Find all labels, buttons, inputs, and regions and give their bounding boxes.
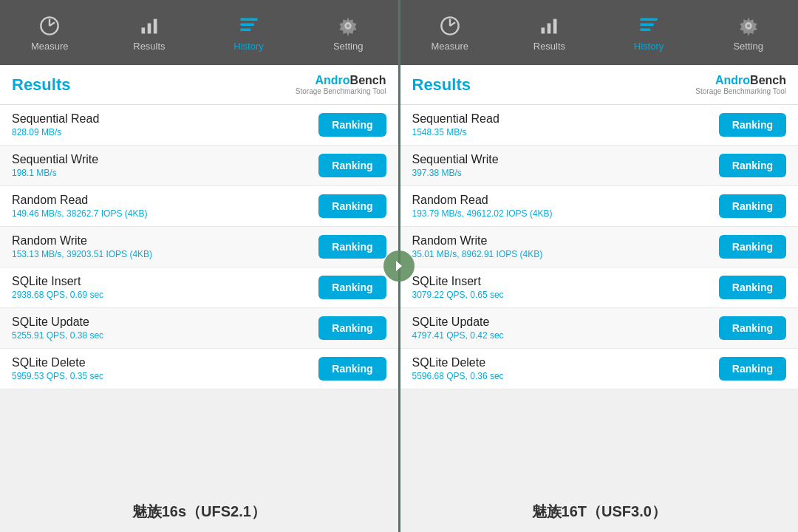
left-results-title: Results [12, 75, 70, 95]
left-content: Results AndroBench Storage Benchmarking … [0, 65, 398, 532]
right-rand-read-row: Random Read 193.79 MB/s, 49612.02 IOPS (… [400, 186, 799, 227]
left-rand-write-ranking-btn[interactable]: Ranking [318, 235, 386, 259]
right-content: Results AndroBench Storage Benchmarking … [400, 65, 799, 532]
left-sqlite-delete-ranking-btn[interactable]: Ranking [318, 357, 386, 381]
left-sqlite-insert-ranking-btn[interactable]: Ranking [318, 276, 386, 299]
svg-rect-18 [640, 28, 650, 31]
right-measure-icon [438, 14, 462, 38]
right-sqlite-update-name: SQLite Update [412, 316, 504, 329]
left-sqlite-delete-row: SQLite Delete 5959.53 QPS, 0.35 sec Rank… [0, 349, 398, 389]
left-sqlite-delete-value: 5959.53 QPS, 0.35 sec [12, 371, 103, 381]
left-sqlite-update-name: SQLite Update [12, 316, 103, 329]
left-nav-measure[interactable]: Measure [0, 0, 100, 65]
right-rand-read-ranking-btn[interactable]: Ranking [719, 194, 786, 218]
right-bench-list: Sequential Read 1548.35 MB/s Ranking Seq… [400, 105, 799, 491]
right-sqlite-delete-name: SQLite Delete [412, 356, 504, 369]
left-seq-read-name: Sequential Read [12, 112, 99, 126]
main-container: Measure Results [0, 0, 798, 532]
right-sqlite-update-ranking-btn[interactable]: Ranking [719, 316, 786, 340]
right-seq-write-ranking-btn[interactable]: Ranking [719, 154, 786, 177]
left-seq-write-row: Sequential Write 198.1 MB/s Ranking [0, 146, 398, 186]
results-icon [137, 14, 161, 38]
right-sqlite-update-value: 4797.41 QPS, 0.42 sec [412, 330, 504, 341]
left-nav-results[interactable]: Results [100, 0, 200, 65]
right-rand-write-name: Random Write [412, 234, 543, 248]
right-device-label: 魅族16T（USF3.0） [400, 491, 799, 532]
svg-rect-4 [148, 23, 151, 33]
history-icon [237, 14, 261, 38]
left-rand-write-value: 153.13 MB/s, 39203.51 IOPS (4KB) [12, 249, 152, 259]
left-seq-read-row: Sequential Read 828.09 MB/s Ranking [0, 105, 398, 146]
right-rand-read-name: Random Read [412, 194, 553, 207]
svg-rect-5 [154, 18, 157, 33]
right-sqlite-insert-row: SQLite Insert 3079.22 QPS, 0.65 sec Rank… [400, 267, 799, 308]
svg-rect-14 [548, 23, 551, 33]
svg-rect-3 [141, 27, 145, 33]
right-sqlite-insert-name: SQLite Insert [412, 275, 504, 288]
left-sqlite-update-value: 5255.91 QPS, 0.38 sec [12, 330, 103, 341]
right-seq-write-value: 397.38 MB/s [412, 168, 499, 178]
left-rand-write-name: Random Write [12, 234, 152, 248]
left-seq-write-value: 198.1 MB/s [12, 168, 98, 178]
left-seq-write-name: Sequential Write [12, 153, 98, 166]
right-seq-write-row: Sequential Write 397.38 MB/s Ranking [400, 146, 799, 186]
right-panel: Measure Results [398, 0, 799, 532]
left-sqlite-insert-name: SQLite Insert [12, 275, 103, 288]
left-sqlite-insert-value: 2938.68 QPS, 0.69 sec [12, 290, 103, 300]
comparison-arrow [383, 250, 415, 282]
svg-rect-7 [240, 23, 254, 26]
right-setting-icon [737, 14, 760, 38]
right-nav-results[interactable]: Results [499, 0, 599, 65]
right-rand-read-value: 193.79 MB/s, 49612.02 IOPS (4KB) [412, 208, 553, 219]
right-seq-read-row: Sequential Read 1548.35 MB/s Ranking [400, 105, 799, 146]
right-results-header: Results AndroBench Storage Benchmarking … [400, 65, 799, 105]
right-sqlite-delete-value: 5596.68 QPS, 0.36 sec [412, 371, 504, 381]
svg-rect-15 [553, 18, 557, 33]
left-nav-bar: Measure Results [0, 0, 398, 65]
left-nav-history[interactable]: History [199, 0, 299, 65]
left-rand-read-name: Random Read [12, 194, 147, 207]
left-device-label: 魅族16s（UFS2.1） [0, 491, 398, 532]
right-sqlite-update-row: SQLite Update 4797.41 QPS, 0.42 sec Rank… [400, 308, 799, 349]
right-rand-write-ranking-btn[interactable]: Ranking [719, 235, 786, 259]
svg-rect-8 [240, 28, 250, 31]
right-nav-measure[interactable]: Measure [400, 0, 500, 65]
left-sqlite-delete-name: SQLite Delete [12, 356, 103, 369]
right-sqlite-insert-ranking-btn[interactable]: Ranking [719, 276, 786, 299]
right-androbench-logo: AndroBench Storage Benchmarking Tool [695, 74, 786, 95]
right-rand-write-row: Random Write 35.01 MB/s, 8962.91 IOPS (4… [400, 227, 799, 267]
right-sqlite-delete-row: SQLite Delete 5596.68 QPS, 0.36 sec Rank… [400, 349, 799, 389]
right-history-icon [637, 14, 661, 38]
right-seq-read-name: Sequential Read [412, 112, 499, 126]
right-seq-write-name: Sequential Write [412, 153, 499, 166]
left-seq-write-ranking-btn[interactable]: Ranking [318, 154, 386, 177]
right-results-icon [537, 14, 561, 38]
right-seq-read-value: 1548.35 MB/s [412, 127, 499, 137]
svg-rect-6 [240, 18, 257, 21]
right-sqlite-insert-value: 3079.22 QPS, 0.65 sec [412, 290, 504, 300]
right-results-title: Results [412, 75, 471, 95]
left-rand-read-row: Random Read 149.46 MB/s, 38262.7 IOPS (4… [0, 186, 398, 227]
left-results-header: Results AndroBench Storage Benchmarking … [0, 65, 398, 105]
left-sqlite-update-ranking-btn[interactable]: Ranking [318, 316, 386, 340]
measure-icon [38, 14, 61, 38]
left-seq-read-value: 828.09 MB/s [12, 127, 99, 137]
right-seq-read-ranking-btn[interactable]: Ranking [719, 113, 786, 137]
left-sqlite-update-row: SQLite Update 5255.91 QPS, 0.38 sec Rank… [0, 308, 398, 349]
right-nav-bar: Measure Results [400, 0, 799, 65]
right-rand-write-value: 35.01 MB/s, 8962.91 IOPS (4KB) [412, 249, 543, 259]
left-nav-setting[interactable]: Setting [299, 0, 398, 65]
right-nav-setting[interactable]: Setting [698, 0, 798, 65]
left-rand-write-row: Random Write 153.13 MB/s, 39203.51 IOPS … [0, 227, 398, 267]
svg-rect-16 [640, 18, 657, 21]
left-sqlite-insert-row: SQLite Insert 2938.68 QPS, 0.69 sec Rank… [0, 267, 398, 308]
left-panel: Measure Results [0, 0, 398, 532]
left-rand-read-ranking-btn[interactable]: Ranking [318, 194, 386, 218]
left-seq-read-ranking-btn[interactable]: Ranking [318, 113, 386, 137]
left-rand-read-value: 149.46 MB/s, 38262.7 IOPS (4KB) [12, 208, 147, 219]
left-androbench-logo: AndroBench Storage Benchmarking Tool [296, 74, 386, 95]
right-nav-history[interactable]: History [599, 0, 699, 65]
svg-rect-17 [640, 23, 654, 26]
right-sqlite-delete-ranking-btn[interactable]: Ranking [719, 357, 786, 381]
left-bench-list: Sequential Read 828.09 MB/s Ranking Sequ… [0, 105, 398, 491]
